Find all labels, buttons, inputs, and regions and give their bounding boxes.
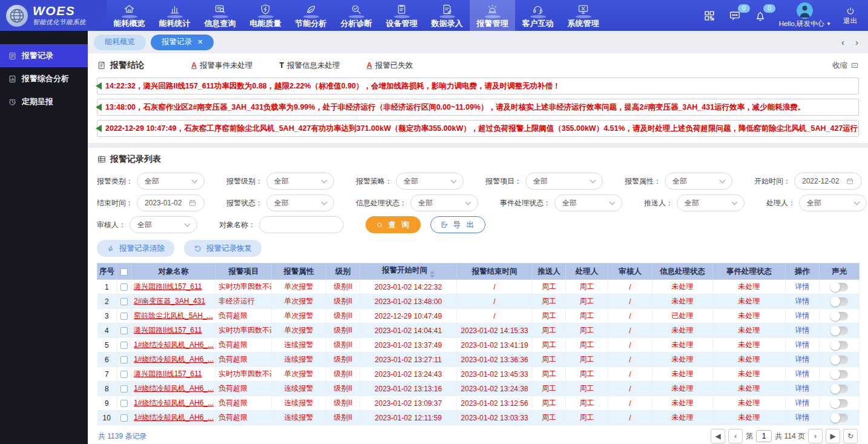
filter-select-信息处理状态[interactable]: 全部 [410, 194, 478, 211]
sound-light-toggle[interactable] [831, 283, 848, 291]
object-name-link[interactable]: 1#烧结冷却风机_AH6_... [134, 340, 214, 349]
nav-item-alarm[interactable]: 报警管理 [470, 0, 515, 31]
row-checkbox[interactable] [120, 283, 128, 291]
refresh-icon[interactable]: ↻ [843, 429, 858, 443]
restore-records-button[interactable]: 报警记录恢复 [184, 240, 261, 257]
alert-legend-item[interactable]: T报警信息未处理 [280, 61, 340, 71]
object-name-link[interactable]: 潞兴回路II线157_611 [134, 282, 202, 291]
select-all-checkbox-header[interactable] [117, 263, 131, 280]
select-value: 全部 [145, 176, 159, 187]
select-all-checkbox[interactable] [120, 268, 128, 276]
row-checkbox[interactable] [120, 385, 128, 393]
filter-select-报警属性[interactable]: 全部 [665, 173, 732, 190]
detail-link[interactable]: 详情 [795, 384, 810, 393]
nav-item-data-entry[interactable]: 数据录入 [424, 0, 470, 31]
nav-item-stats[interactable]: 能耗统计 [152, 0, 197, 31]
sidebar-item-clock[interactable]: 定期呈报 [0, 90, 88, 113]
filter-select-推送人[interactable]: 全部 [677, 194, 745, 211]
row-checkbox[interactable] [120, 371, 128, 378]
object-name-link[interactable]: 2#南变压器_3AH_431 [134, 297, 205, 305]
sound-light-toggle[interactable] [831, 385, 848, 393]
sound-light-toggle[interactable] [831, 414, 848, 422]
row-checkbox[interactable] [120, 342, 128, 349]
alert-legend-item[interactable]: A报警已失效 [367, 61, 413, 71]
nav-item-home[interactable]: 能耗概览 [107, 0, 152, 31]
detail-cell: 详情 [786, 353, 820, 367]
logout-button[interactable]: 退出 [843, 6, 857, 25]
nav-item-customer[interactable]: 客户互动 [515, 0, 561, 31]
sound-light-toggle[interactable] [831, 326, 848, 335]
detail-link[interactable]: 详情 [795, 399, 810, 407]
nav-item-diagnosis[interactable]: 分析诊断 [334, 0, 379, 31]
next-page-button[interactable]: › [808, 429, 823, 443]
detail-link[interactable]: 详情 [795, 282, 810, 291]
row-checkbox[interactable] [120, 298, 128, 305]
sidebar-item-doc-list[interactable]: 报警记录 [0, 44, 88, 67]
row-checkbox[interactable] [120, 414, 128, 422]
tabs-scroll-right-icon[interactable]: › [855, 37, 858, 47]
row-checkbox[interactable] [120, 313, 128, 320]
sort-icon[interactable] [430, 271, 435, 278]
collapse-button[interactable]: 收缩 [832, 61, 859, 71]
filter-select-报警项目[interactable]: 全部 [525, 173, 603, 190]
chevron-down-icon [465, 199, 472, 205]
row-checkbox[interactable] [120, 356, 128, 363]
object-name-link[interactable]: 1#烧结冷却风机_AH6_... [134, 399, 214, 407]
qrcode-icon[interactable] [703, 9, 716, 22]
export-button[interactable]: 导 出 [430, 216, 485, 233]
nav-item-device[interactable]: 设备管理 [379, 0, 424, 31]
filter-select-事件处理状态[interactable]: 全部 [554, 194, 622, 211]
object-name-link[interactable]: 潞兴回路II线157_611 [134, 326, 202, 334]
object-name-input[interactable] [259, 216, 344, 233]
detail-link[interactable]: 详情 [795, 369, 810, 378]
nav-item-energy-analysis[interactable]: 节能分析 [288, 0, 334, 31]
detail-link[interactable]: 详情 [795, 340, 810, 349]
tab-inactive[interactable]: 能耗概览 [94, 35, 146, 50]
row-checkbox[interactable] [120, 400, 128, 407]
filter-select-报警状态[interactable]: 全部 [266, 194, 334, 211]
tab-active[interactable]: 报警记录✕ [151, 35, 214, 50]
detail-link[interactable]: 详情 [795, 326, 810, 334]
detail-link[interactable]: 详情 [795, 311, 810, 320]
object-name-link[interactable]: 潞兴回路II线157_611 [134, 369, 202, 378]
search-button[interactable]: 查 询 [366, 216, 421, 233]
detail-link[interactable]: 详情 [795, 355, 810, 363]
alert-legend-item[interactable]: A报警事件未处理 [191, 61, 253, 71]
pusher-cell: 周工 [533, 338, 566, 353]
sidebar-item-doc-chart[interactable]: 报警综合分析 [0, 67, 88, 90]
row-checkbox[interactable] [120, 327, 128, 334]
last-page-button[interactable]: ▶ [826, 429, 840, 443]
nav-item-power-quality[interactable]: 电能质量 [243, 0, 288, 31]
filter-select-审核人[interactable]: 全部 [130, 216, 197, 233]
sound-light-toggle[interactable] [831, 356, 848, 364]
detail-link[interactable]: 详情 [795, 297, 810, 305]
filter-select-报警类别[interactable]: 全部 [137, 173, 205, 190]
sound-light-toggle[interactable] [831, 399, 848, 408]
sound-light-toggle[interactable] [831, 341, 848, 350]
detail-link[interactable]: 详情 [795, 413, 810, 422]
sound-light-toggle[interactable] [831, 297, 848, 306]
nav-item-system[interactable]: 系统管理 [561, 0, 606, 31]
object-name-link[interactable]: 1#烧结冷却风机_AH6_... [134, 384, 214, 393]
date-picker-开始时间[interactable]: 2022-12-02 [794, 173, 862, 190]
nav-item-info-search[interactable]: 信息查询 [197, 0, 243, 31]
object-name-link[interactable]: 1#烧结冷却风机_AH6_... [134, 413, 214, 422]
page-number-input[interactable] [756, 430, 772, 442]
object-name-link[interactable]: 窑前除尘北风机_5AH_... [134, 311, 213, 320]
date-picker-结束时间[interactable]: 2023-01-02 [137, 194, 205, 211]
sound-light-toggle[interactable] [831, 370, 848, 379]
filter-select-报警级别[interactable]: 全部 [266, 173, 334, 190]
first-page-button[interactable]: ◀ [711, 429, 725, 443]
messages-icon[interactable]: 0 [728, 9, 741, 22]
close-tab-icon[interactable]: ✕ [197, 38, 203, 46]
prev-page-button[interactable]: ‹ [728, 429, 743, 443]
sound-light-toggle[interactable] [831, 312, 848, 320]
clear-records-button[interactable]: 报警记录清除 [97, 240, 174, 257]
notifications-icon[interactable]: 0 [754, 9, 767, 22]
tabs-scroll-left-icon[interactable]: ‹ [841, 37, 844, 47]
object-name-link[interactable]: 1#烧结冷却风机_AH6_... [134, 355, 214, 363]
alarm-start-time-cell: 2023-01-02 14:22:32 [360, 280, 457, 294]
user-menu[interactable]: Hello,研发中心 ▼ [779, 2, 831, 28]
filter-select-报警策略[interactable]: 全部 [396, 173, 464, 190]
filter-select-处理人[interactable]: 全部 [799, 194, 867, 211]
